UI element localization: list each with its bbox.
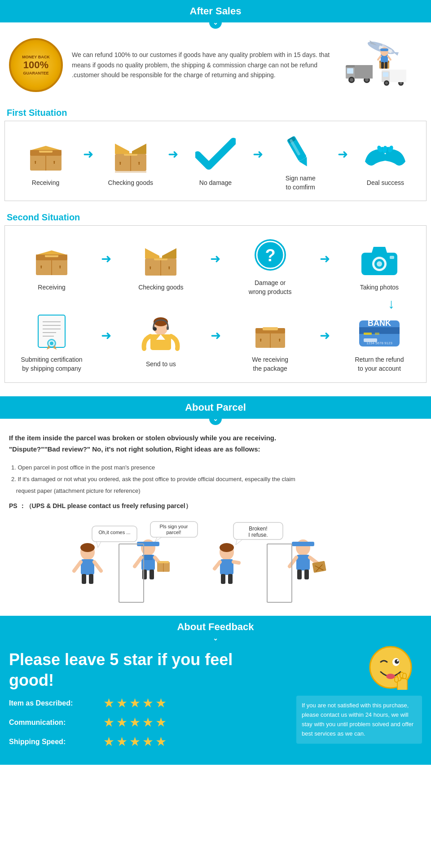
step-label-deal: Deal success <box>367 179 404 188</box>
star-s2: ★ <box>116 734 128 749</box>
rating-label-shipping: Shipping Speed: <box>9 738 99 746</box>
about-parcel-title: About Parcel <box>185 402 246 413</box>
arrow-9: ➜ <box>211 328 221 356</box>
box-closed-icon: ⬆ ⬆ <box>23 135 68 175</box>
star-s1: ★ <box>103 734 114 749</box>
arrow-1: ➜ <box>83 147 93 175</box>
cartoon-illustrations: Oh,it comes ... <box>9 517 422 607</box>
down-arrow: ↓ <box>9 296 422 311</box>
step-label-no-damage: No damage <box>199 179 232 188</box>
svg-text:parcel!: parcel! <box>166 530 181 535</box>
svg-rect-101 <box>159 340 163 348</box>
badge-line2: GUARANTEE <box>23 71 48 75</box>
step-receiving-2: ⬆ ⬆ Receiving <box>16 239 88 292</box>
about-parcel-header: About Parcel ⌄ <box>0 396 431 419</box>
svg-text:⬆: ⬆ <box>149 266 152 270</box>
svg-rect-161 <box>267 544 292 602</box>
question-icon: ? <box>248 235 293 275</box>
after-sales-title: After Sales <box>190 5 242 17</box>
badge-line1: MONEY BACK <box>22 55 49 59</box>
svg-text:⬆: ⬆ <box>278 338 281 342</box>
svg-rect-86 <box>375 333 379 335</box>
flow-row-2-bottom: BANK 1234 5678 9123 Return the refundto … <box>9 311 422 373</box>
step-deal-success: Deal success <box>349 135 421 188</box>
svg-marker-36 <box>30 146 62 150</box>
stars-communication: ★ ★ ★ ★ ★ <box>103 715 167 730</box>
parcel-chevron-icon: ⌄ <box>209 412 222 425</box>
star-s4: ★ <box>142 734 154 749</box>
svg-line-30 <box>378 56 381 60</box>
svg-marker-148 <box>236 539 242 545</box>
svg-rect-146 <box>228 574 233 584</box>
bank-card-icon: BANK 1234 5678 9123 <box>357 311 402 352</box>
shipping-image <box>341 36 422 94</box>
cartoon-accept-scene: Oh,it comes ... <box>67 517 202 607</box>
arrow-6: ➜ <box>210 251 220 280</box>
svg-text:Pls sign your: Pls sign your <box>160 524 188 529</box>
svg-rect-130 <box>150 570 154 579</box>
star-c1: ★ <box>103 715 114 730</box>
svg-rect-129 <box>142 570 147 579</box>
svg-rect-119 <box>89 574 93 584</box>
star-5: ★ <box>155 696 167 710</box>
arrow-7: ➜ <box>320 251 330 280</box>
svg-rect-28 <box>381 62 384 69</box>
parcel-list-item-2: 2. If it's damaged or not what you order… <box>11 473 422 497</box>
svg-rect-97 <box>167 326 169 330</box>
svg-text:Oh,it comes ...: Oh,it comes ... <box>99 530 131 535</box>
parcel-content: If the item inside the parcel was broken… <box>0 419 431 616</box>
cartoon-refuse-scene: Broken! I refuse. <box>211 517 364 607</box>
box-open-icon: ⬆ ⬆ <box>108 135 153 175</box>
feedback-side-text: If you are not satisfied with this purch… <box>296 696 422 744</box>
svg-text:1234  5678  9123: 1234 5678 9123 <box>366 341 392 345</box>
feedback-big-text: Please leave 5 star if you feel good! <box>9 649 269 692</box>
svg-point-168 <box>386 674 395 679</box>
step-checking-2: ⬆ ⬆ Checking goods <box>125 239 197 292</box>
step-label-photos: Taking photos <box>360 283 399 292</box>
feedback-chevron-icon: ⌄ <box>209 632 222 644</box>
svg-rect-13 <box>355 65 373 79</box>
second-situation-flow: ⬆ ⬆ Receiving ➜ ⬆ ⬆ Checking goods <box>4 225 427 382</box>
star-c2: ★ <box>116 715 128 730</box>
svg-text:I refuse.: I refuse. <box>248 532 268 538</box>
svg-marker-121 <box>97 542 101 548</box>
camera-icon <box>357 239 402 280</box>
star-3: ★ <box>129 696 141 710</box>
step-label-checking-2: Checking goods <box>138 283 183 292</box>
flow-row-2-top: ⬆ ⬆ Receiving ➜ ⬆ ⬆ Checking goods <box>9 235 422 296</box>
step-label-send: Send to us <box>146 360 176 369</box>
agent-icon <box>138 316 183 356</box>
stars-described: ★ ★ ★ ★ ★ <box>103 696 167 710</box>
rating-item-communication: Communication: ★ ★ ★ ★ ★ <box>9 715 287 730</box>
svg-marker-135 <box>155 537 162 542</box>
flow-row-1: ⬆ ⬆ Receiving ➜ <box>9 130 422 192</box>
svg-line-143 <box>215 562 220 569</box>
arrow-4: ➜ <box>338 147 348 175</box>
certificate-icon <box>29 311 74 352</box>
svg-text:⬆: ⬆ <box>167 266 171 270</box>
arrow-2: ➜ <box>168 147 178 175</box>
money-back-text: We can refund 100% to our customes if go… <box>72 50 332 80</box>
parcel-ps: PS ：（UPS & DHL please contact us freely … <box>9 502 422 510</box>
svg-rect-85 <box>364 333 372 335</box>
svg-point-141 <box>220 543 234 552</box>
svg-line-116 <box>74 562 81 571</box>
rating-item-shipping: Shipping Speed: ★ ★ ★ ★ ★ <box>9 734 287 749</box>
svg-rect-153 <box>296 555 310 570</box>
svg-point-98 <box>153 327 157 331</box>
after-sales-header: After Sales ⌄ <box>0 0 431 22</box>
step-label-refund: Return the refundto your account <box>355 355 404 373</box>
step-damage: ? Damage orwrong products <box>234 235 306 296</box>
svg-point-18 <box>385 82 388 84</box>
star-c4: ★ <box>142 715 154 730</box>
svg-rect-133 <box>158 561 169 563</box>
step-checking-1: ⬆ ⬆ Checking goods <box>95 135 167 188</box>
step-we-receiving: ⬆ ⬆ We receivingthe package <box>234 311 306 373</box>
svg-point-167 <box>397 660 399 662</box>
svg-point-166 <box>395 659 399 664</box>
step-label-we-receiving: We receivingthe package <box>252 355 288 373</box>
svg-rect-29 <box>385 62 387 69</box>
svg-marker-43 <box>115 144 129 154</box>
svg-line-117 <box>94 562 101 571</box>
svg-text:⬆: ⬆ <box>53 160 56 165</box>
